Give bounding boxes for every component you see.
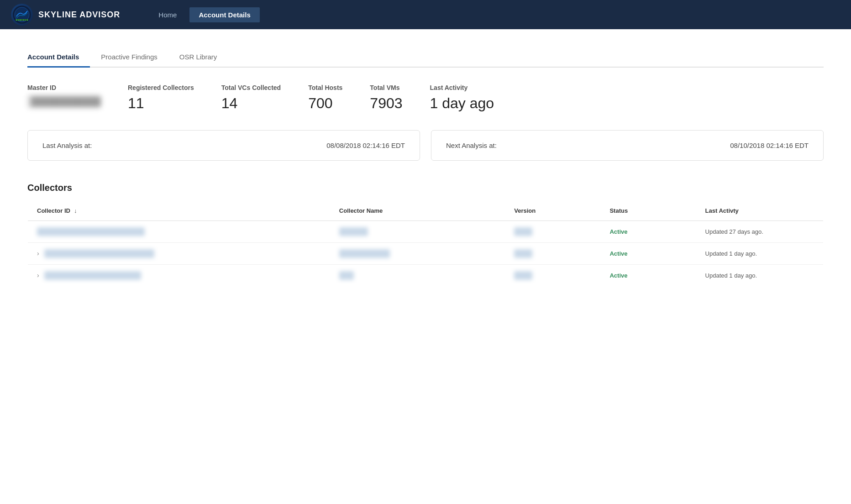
nav-home[interactable]: Home: [149, 7, 186, 22]
last-analysis-card: Last Analysis at: 08/08/2018 02:14:16 ED…: [27, 130, 420, 161]
svg-rect-3: [16, 20, 17, 21]
row-expander-icon[interactable]: ›: [37, 250, 39, 257]
stat-total-hosts: Total Hosts 700: [308, 84, 342, 112]
cell-version: 1.7.1.0: [505, 265, 600, 287]
col-header-id[interactable]: Collector ID ↓: [28, 201, 330, 221]
cell-id: › 5a7f0a3d-1ab5-4b55-a097-a8bc5d4a1f90: [28, 243, 330, 265]
stat-last-activity: Last Activity 1 day ago: [430, 84, 494, 112]
brand-logo: [11, 4, 33, 26]
cell-activity: Updated 1 day ago.: [696, 265, 824, 287]
collector-version-blurred: 1.7.1.0: [514, 227, 532, 236]
tabs: Account Details Proactive Findings OSR L…: [27, 47, 824, 68]
total-hosts-label: Total Hosts: [308, 84, 342, 91]
collector-name-blurred: vsm-srv-ny: [339, 227, 368, 236]
sort-icon: ↓: [74, 207, 77, 214]
registered-collectors-value: 11: [128, 95, 194, 112]
analysis-cards: Last Analysis at: 08/08/2018 02:14:16 ED…: [27, 130, 824, 161]
svg-rect-6: [21, 20, 22, 21]
cell-version: 1.7.1.0: [505, 243, 600, 265]
collector-version-blurred: 1.7.1.0: [514, 271, 532, 280]
master-id-label: Master ID: [27, 84, 100, 91]
cell-status: Active: [600, 265, 696, 287]
total-hosts-value: 700: [308, 95, 342, 112]
col-header-status: Status: [600, 201, 696, 221]
total-vms-value: 7903: [370, 95, 402, 112]
table-row: c4993c1a-f886-47b0-8ffb-0893b96b4d08 vsm…: [28, 221, 824, 243]
tab-osr-library[interactable]: OSR Library: [179, 47, 228, 68]
collectors-section-title: Collectors: [27, 183, 824, 193]
next-analysis-value: 08/10/2018 02:14:16 EDT: [730, 142, 809, 149]
last-analysis-label: Last Analysis at:: [42, 142, 92, 149]
brand-name: SKYLINE ADVISOR: [38, 10, 120, 20]
row-expander-icon[interactable]: ›: [37, 272, 39, 279]
navbar: SKYLINE ADVISOR Home Account Details: [0, 0, 851, 29]
cell-id: › 88a056b6-e001-38a1-7897f4d20938: [28, 265, 330, 287]
nav-account-details[interactable]: Account Details: [189, 7, 259, 22]
cell-name: vsm-dc-region-east: [330, 243, 505, 265]
next-analysis-label: Next Analysis at:: [446, 142, 497, 149]
last-analysis-value: 08/08/2018 02:14:16 EDT: [326, 142, 405, 149]
cell-activity: Updated 27 days ago.: [696, 221, 824, 243]
col-header-version: Version: [505, 201, 600, 221]
collector-name-blurred: dc-01: [339, 271, 354, 280]
table-row: › 88a056b6-e001-38a1-7897f4d20938 dc-01 …: [28, 265, 824, 287]
collector-id-blurred: 5a7f0a3d-1ab5-4b55-a097-a8bc5d4a1f90: [44, 249, 154, 258]
tab-proactive-findings[interactable]: Proactive Findings: [101, 47, 168, 68]
cell-activity: Updated 1 day ago.: [696, 243, 824, 265]
last-activity-value: 1 day ago: [430, 95, 494, 112]
stat-total-vms: Total VMs 7903: [370, 84, 402, 112]
master-id-value: ████████████: [27, 95, 100, 108]
stat-registered-collectors: Registered Collectors 11: [128, 84, 194, 112]
total-vcs-value: 14: [221, 95, 281, 112]
next-analysis-card: Next Analysis at: 08/10/2018 02:14:16 ED…: [431, 130, 824, 161]
nav-links: Home Account Details: [149, 7, 259, 22]
collector-name-blurred: vsm-dc-region-east: [339, 249, 390, 258]
total-vcs-label: Total VCs Collected: [221, 84, 281, 91]
status-badge: Active: [609, 250, 627, 257]
cell-name: vsm-srv-ny: [330, 221, 505, 243]
collector-version-blurred: 1.7.1.0: [514, 249, 532, 258]
cell-id: c4993c1a-f886-47b0-8ffb-0893b96b4d08: [28, 221, 330, 243]
collector-id-blurred: c4993c1a-f886-47b0-8ffb-0893b96b4d08: [37, 227, 145, 236]
registered-collectors-label: Registered Collectors: [128, 84, 194, 91]
cell-version: 1.7.1.0: [505, 221, 600, 243]
tab-account-details[interactable]: Account Details: [27, 47, 90, 68]
brand: SKYLINE ADVISOR: [11, 4, 120, 26]
cell-status: Active: [600, 243, 696, 265]
svg-rect-4: [18, 20, 19, 21]
col-header-name: Collector Name: [330, 201, 505, 221]
collectors-table-body: c4993c1a-f886-47b0-8ffb-0893b96b4d08 vsm…: [28, 221, 824, 287]
stats-row: Master ID ████████████ Registered Collec…: [27, 84, 824, 112]
table-row: › 5a7f0a3d-1ab5-4b55-a097-a8bc5d4a1f90 v…: [28, 243, 824, 265]
stat-master-id: Master ID ████████████: [27, 84, 100, 108]
cell-name: dc-01: [330, 265, 505, 287]
col-header-activity: Last Activty: [696, 201, 824, 221]
svg-rect-9: [27, 20, 28, 21]
table-header-row: Collector ID ↓ Collector Name Version St…: [28, 201, 824, 221]
status-badge: Active: [609, 272, 627, 279]
cell-status: Active: [600, 221, 696, 243]
stat-total-vcs: Total VCs Collected 14: [221, 84, 281, 112]
status-badge: Active: [609, 228, 627, 235]
collector-id-blurred: 88a056b6-e001-38a1-7897f4d20938: [44, 271, 141, 280]
page-content: Account Details Proactive Findings OSR L…: [0, 29, 851, 504]
total-vms-label: Total VMs: [370, 84, 402, 91]
svg-rect-8: [25, 20, 26, 21]
last-activity-label: Last Activity: [430, 84, 494, 91]
svg-rect-5: [20, 20, 21, 21]
svg-rect-7: [23, 20, 24, 21]
collectors-table: Collector ID ↓ Collector Name Version St…: [27, 200, 824, 287]
